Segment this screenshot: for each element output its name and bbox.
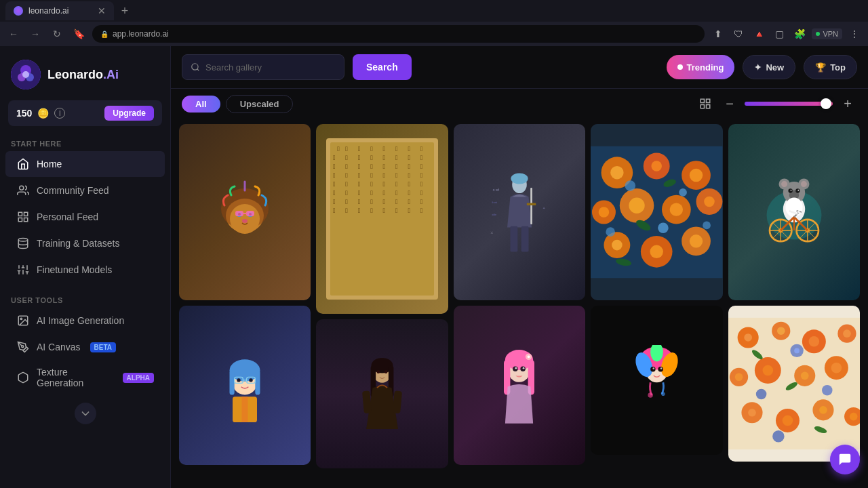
gallery-item-9[interactable]: ⌘ ⋯ (591, 306, 722, 455)
search-button[interactable]: Search (353, 54, 412, 80)
gallery-col-5: ⌘ ⋯ (728, 124, 860, 468)
gallery-item-10[interactable]: ⌘ ⋯ (728, 306, 860, 462)
zoom-slider[interactable] (745, 102, 833, 106)
new-button[interactable]: ✦ New (743, 55, 795, 79)
browser-nav: ← → ↻ 🔖 🔒 app.leonardo.ai ⬆ 🛡 🔺 ▢ 🧩 VPN … (0, 22, 868, 46)
forward-btn[interactable]: → (27, 26, 43, 42)
sidebar-label-home: Home (37, 159, 62, 169)
upgrade-button[interactable]: Upgrade (104, 106, 154, 121)
img6-expand[interactable]: ⤢ (286, 311, 305, 330)
alert-icon[interactable]: 🔺 (751, 26, 767, 42)
gallery-item-1[interactable]: ⌘ ⋯ ⤢ (179, 124, 311, 300)
training-icon (16, 237, 30, 250)
img1-action2[interactable]: ⋯ (263, 129, 282, 148)
img10-action1[interactable]: ⌘ (812, 311, 831, 330)
img7-action1[interactable]: ⌘ (401, 325, 420, 344)
ai-canvas-icon (16, 340, 30, 354)
img6-action1[interactable]: ⌘ (240, 311, 259, 330)
zoom-in-btn[interactable]: + (838, 94, 857, 113)
finetuned-icon (16, 263, 30, 277)
svg-point-22 (22, 346, 24, 348)
svg-rect-28 (707, 105, 710, 108)
svg-rect-26 (707, 99, 710, 102)
gallery-item-8[interactable]: ⌘ ⋯ ⤢ (454, 306, 585, 465)
sidebar-item-ai-image[interactable]: AI Image Generation (5, 308, 165, 333)
shield-icon[interactable]: 🛡 (730, 26, 747, 42)
trending-button[interactable]: Trending (667, 55, 735, 79)
sidebar-toggle[interactable]: ▢ (771, 26, 787, 42)
bookmark-btn[interactable]: 🔖 (71, 26, 87, 42)
img9-action1[interactable]: ⌘ (675, 311, 694, 330)
search-box[interactable] (182, 54, 344, 80)
new-label: New (766, 62, 784, 73)
img2-action1[interactable]: ⌘ (401, 129, 420, 148)
gallery-item-7[interactable]: ⌘ ⋯ (316, 319, 448, 468)
img3-action2[interactable]: ⋯ (538, 129, 557, 148)
personal-feed-icon (16, 210, 30, 224)
search-input[interactable] (205, 62, 336, 73)
main-content: Search Trending ✦ New 🏆 Top All Upscaled (171, 46, 868, 488)
grid-layout-btn[interactable] (696, 94, 715, 113)
gallery-col-4: ⌘ ⋯ (591, 124, 722, 468)
img10-action2[interactable]: ⋯ (835, 311, 854, 330)
img3-action1[interactable]: ⌘ (515, 129, 534, 148)
sidebar-label-training: Training & Datasets (37, 238, 119, 249)
top-button[interactable]: 🏆 Top (804, 55, 857, 79)
share-icon[interactable]: ⬆ (710, 26, 726, 42)
menu-btn[interactable]: ⋮ (846, 26, 863, 42)
back-btn[interactable]: ← (5, 26, 22, 42)
svg-rect-7 (24, 212, 28, 216)
url-text: app.leonardo.ai (113, 29, 169, 39)
sidebar-item-personal-feed[interactable]: Personal Feed (5, 204, 165, 230)
img7-action2[interactable]: ⋯ (424, 325, 443, 344)
sidebar-item-training[interactable]: Training & Datasets (5, 230, 165, 256)
sidebar-item-home[interactable]: Home (5, 151, 165, 177)
beta-badge: BETA (90, 342, 116, 352)
new-tab-btn[interactable]: + (117, 3, 133, 19)
chat-button[interactable] (830, 445, 860, 474)
scroll-indicator (75, 403, 96, 424)
browser-chrome: leonardo.ai ✕ + ← → ↻ 🔖 🔒 app.leonardo.a… (0, 0, 868, 46)
nav-actions: ⬆ 🛡 🔺 ▢ 🧩 VPN ⋮ (710, 26, 863, 42)
reload-btn[interactable]: ↻ (49, 26, 65, 42)
section-start-here: Start Here (0, 134, 170, 150)
img1-action1[interactable]: ⌘ (240, 129, 259, 148)
gallery-item-4[interactable]: ⌘ ⋯ (591, 124, 722, 300)
img6-action2[interactable]: ⋯ (263, 311, 282, 330)
tab-all[interactable]: All (182, 96, 220, 113)
gallery-item-6[interactable]: ⌘ ⋯ ⤢ (179, 306, 311, 465)
svg-rect-25 (701, 99, 704, 102)
gallery-item-5[interactable]: ⌘ ⋯ (728, 124, 860, 300)
sidebar-item-ai-canvas[interactable]: AI Canvas BETA (5, 334, 165, 360)
img8-action2[interactable]: ⋯ (538, 311, 557, 330)
sidebar-label-canvas: AI Canvas (37, 342, 81, 352)
img4-action2[interactable]: ⋯ (698, 129, 717, 148)
gallery-item-3[interactable]: ✦ ref front side ⚔ ✦ ⌘ ⋯ ⤢ (454, 124, 585, 300)
img5-action1[interactable]: ⌘ (812, 129, 831, 148)
img9-action2[interactable]: ⋯ (698, 311, 717, 330)
tab-title: leonardo.ai (28, 6, 68, 16)
extension-icon[interactable]: 🧩 (791, 26, 808, 42)
address-bar[interactable]: 🔒 app.leonardo.ai (92, 25, 705, 43)
topbar: Search Trending ✦ New 🏆 Top (171, 46, 868, 89)
sidebar-item-finetuned[interactable]: Finetuned Models (5, 257, 165, 283)
gallery-item-2[interactable]: 𓀀𓀁𓀂𓀃𓀄𓀅𓀆𓀇 𓀈𓀉𓀊𓀋𓀌𓀍𓀎𓀏 𓁀𓁁𓁂𓁃𓁄𓁅𓁆𓁇 𓂀𓂁𓂂𓂃𓂄𓂅𓂆𓂇 𓃀𓃁𓃂𓃃… (316, 124, 448, 314)
sidebar-item-texture[interactable]: Texture Generation ALPHA (5, 361, 165, 394)
img2-action2[interactable]: ⤢ (424, 129, 443, 148)
img1-expand[interactable]: ⤢ (286, 129, 305, 148)
tab-close-btn[interactable]: ✕ (98, 5, 106, 16)
img3-expand[interactable]: ⤢ (561, 129, 580, 148)
active-tab[interactable]: leonardo.ai ✕ (5, 1, 114, 20)
tab-upscaled[interactable]: Upscaled (226, 95, 294, 113)
img5-action2[interactable]: ⋯ (835, 129, 854, 148)
community-icon (16, 184, 30, 197)
credits-info-btn[interactable]: i (54, 108, 65, 119)
img8-action1[interactable]: ⌘ (515, 311, 534, 330)
img8-expand[interactable]: ⤢ (561, 311, 580, 330)
sidebar-item-community-feed[interactable]: Community Feed (5, 178, 165, 203)
section-user-tools: User Tools (0, 291, 170, 307)
credits-bar: 150 🪙 i Upgrade (8, 100, 162, 126)
tab-favicon (14, 6, 23, 16)
zoom-out-btn[interactable]: − (720, 94, 739, 113)
img4-action1[interactable]: ⌘ (675, 129, 694, 148)
